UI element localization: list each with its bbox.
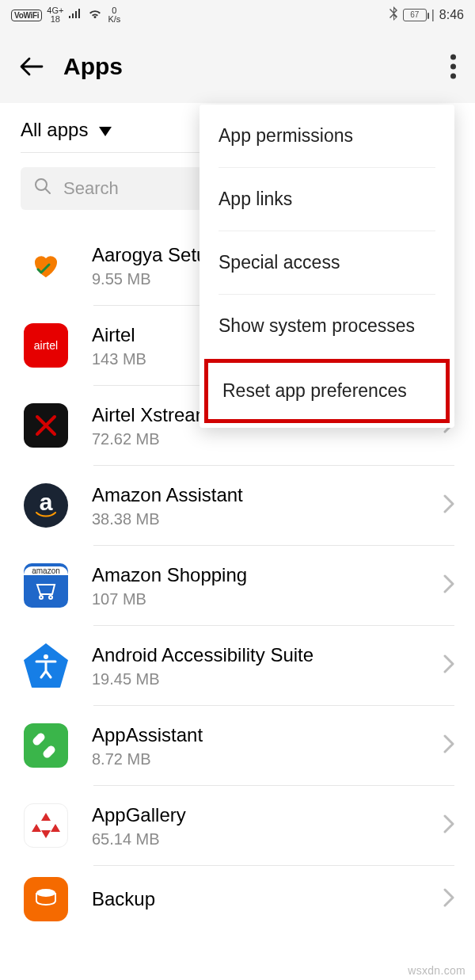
vowifi-icon: VoWiFi (11, 10, 42, 21)
chevron-right-icon (443, 734, 454, 757)
wifi-icon (87, 8, 103, 22)
chevron-right-icon (443, 888, 454, 910)
airtel-icon: airtel (24, 323, 68, 368)
app-row[interactable]: a Amazon Assistant 38.38 MB (0, 466, 475, 545)
more-menu-button[interactable] (450, 55, 456, 79)
network-speed: 0 K/s (108, 6, 120, 24)
back-arrow-icon (18, 53, 45, 80)
clock: 8:46 (439, 8, 464, 22)
xstream-icon (24, 403, 68, 448)
aarogya-icon (24, 243, 68, 288)
app-name: Amazon Shopping (92, 563, 443, 587)
app-name: Android Accessibility Suite (92, 643, 443, 667)
chevron-right-icon (443, 654, 454, 677)
filter-label: All apps (21, 119, 88, 141)
app-row[interactable]: AppGallery 65.14 MB (0, 786, 475, 865)
menu-item-app-permissions[interactable]: App permissions (200, 105, 454, 167)
back-button[interactable] (14, 49, 49, 84)
signal-icon (68, 8, 82, 22)
network-icon: 4G+ 18 (47, 6, 63, 24)
backup-icon (24, 877, 68, 921)
app-row[interactable]: Backup (0, 866, 475, 921)
app-size: 65.14 MB (92, 830, 443, 848)
app-assistant-icon (24, 723, 68, 768)
menu-item-show-system[interactable]: Show system processes (200, 295, 454, 357)
amazon-assistant-icon: a (24, 483, 68, 528)
chevron-right-icon (443, 814, 454, 837)
chevron-right-icon (443, 574, 454, 597)
watermark: wsxdn.com (408, 964, 466, 977)
caret-down-icon (99, 119, 112, 141)
svg-point-1 (44, 654, 48, 659)
app-size: 8.72 MB (92, 750, 443, 768)
bluetooth-icon (389, 6, 398, 24)
app-name: Amazon Assistant (92, 483, 443, 507)
app-row[interactable]: Android Accessibility Suite 19.45 MB (0, 626, 475, 705)
battery-icon: 67 (403, 9, 427, 21)
app-size: 38.38 MB (92, 510, 443, 528)
overflow-menu: App permissions App links Special access… (200, 105, 454, 428)
page-title: Apps (63, 53, 123, 80)
svg-point-2 (36, 889, 55, 897)
accessibility-icon (24, 643, 68, 688)
dots-icon (450, 55, 456, 60)
amazon-shopping-icon: amazon (24, 563, 68, 608)
search-icon (33, 177, 52, 200)
menu-item-reset-app-preferences[interactable]: Reset app preferences (208, 363, 446, 419)
app-size: 19.45 MB (92, 670, 443, 688)
app-header: Apps (0, 30, 475, 103)
chevron-right-icon (443, 494, 454, 517)
status-bar: VoWiFi 4G+ 18 0 K/s 67 | 8:46 (0, 0, 475, 30)
app-name: AppAssistant (92, 723, 443, 747)
app-row[interactable]: AppAssistant 8.72 MB (0, 706, 475, 785)
app-size: 72.62 MB (92, 430, 443, 448)
menu-item-special-access[interactable]: Special access (200, 231, 454, 294)
app-gallery-icon (24, 803, 68, 848)
app-name: Backup (92, 887, 443, 911)
search-placeholder: Search (63, 178, 119, 199)
menu-item-app-links[interactable]: App links (200, 168, 454, 231)
app-name: AppGallery (92, 803, 443, 827)
app-size: 107 MB (92, 590, 443, 608)
highlight-box: Reset app preferences (204, 359, 450, 423)
app-row[interactable]: amazon Amazon Shopping 107 MB (0, 546, 475, 625)
